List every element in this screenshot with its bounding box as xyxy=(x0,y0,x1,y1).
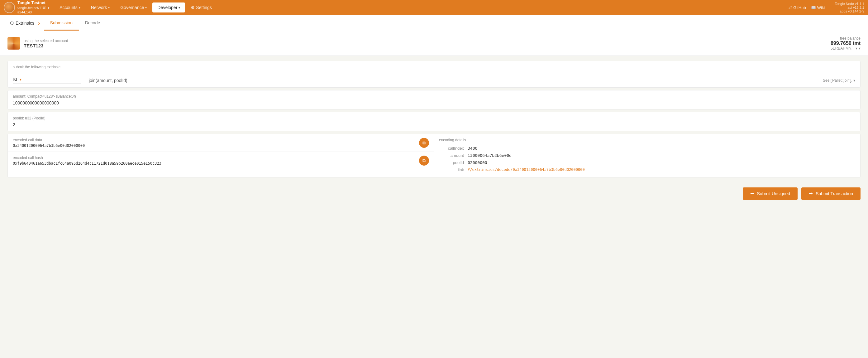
encoded-left: encoded call data 0x340013000064a7b3b6e0… xyxy=(7,134,434,177)
brand-avatar xyxy=(4,2,15,13)
encoded-call-hash-block: encoded call hash 0xf9b640461a653dbac1fc… xyxy=(8,152,434,169)
extrinsic-row: lst ▾ join(amount, poolId) See ['Pallet:… xyxy=(8,73,860,87)
signin-icon: ⮕ xyxy=(809,191,813,196)
copy-call-hash-button[interactable]: ⧉ xyxy=(419,156,429,166)
param-block-poolid: poolId: u32 (PoolId) xyxy=(7,112,861,131)
chevron-down-icon: ▾ xyxy=(108,6,110,9)
signin-icon: ⮕ xyxy=(750,191,754,196)
call-hash-label: encoded call hash xyxy=(13,156,416,160)
encoding-details-panel: encoding details callIndex 3400 amount 1… xyxy=(434,134,861,177)
extrinsic-section: submit the following extrinsic lst ▾ joi… xyxy=(7,61,861,88)
nav-item-network[interactable]: Network ▾ xyxy=(86,2,115,12)
extrinsics-icon: ⬡ xyxy=(10,21,14,26)
nav-item-settings[interactable]: ⚙ Settings xyxy=(186,2,217,12)
extrinsics-decode-link[interactable]: #/extrinsics/decode/0x340013000064a7b3b6… xyxy=(468,167,585,172)
brand[interactable]: Tangle Testnet tangle-testnet/1101 ▾ #24… xyxy=(4,0,50,15)
encoded-section: encoded call data 0x340013000064a7b3b6e0… xyxy=(7,134,861,177)
encoding-row-callindex: callIndex 3400 xyxy=(439,145,855,152)
submit-transaction-button[interactable]: ⮕ Submit Transaction xyxy=(801,187,861,200)
node-info: Tangle Node v1.1.1 api v13.2.1 apps v0.1… xyxy=(835,2,864,13)
account-section: using the selected account TEST123 free … xyxy=(0,31,868,56)
see-pallet-link[interactable]: See ['Pallet::join']. ▾ xyxy=(823,78,855,83)
call-hash-value: 0xf9b640461a653dbac1fc64a095d264d4c11721… xyxy=(13,161,200,166)
param-label-poolid: poolId: u32 (PoolId) xyxy=(13,116,855,120)
call-data-value: 0x340013000064a7b3b6e00d02000000 xyxy=(13,143,200,148)
nav-item-governance[interactable]: Governance ▾ xyxy=(115,2,152,12)
copy-call-data-button[interactable]: ⧉ xyxy=(419,138,429,148)
account-name: TEST123 xyxy=(24,43,68,48)
breadcrumb: ⬡ Extrinsics › xyxy=(7,19,41,27)
page-tabs: Submission Decode xyxy=(44,16,106,30)
params-section: amount: Compact<u128> (BalanceOf) poolId… xyxy=(7,90,861,131)
encoding-row-amount: amount 13000064a7b3b6e00d xyxy=(439,152,855,159)
chevron-down-icon: ▾ xyxy=(20,77,22,82)
extrinsic-method: join(amount, poolId) xyxy=(86,78,130,83)
wiki-link[interactable]: 📖 Wiki xyxy=(811,5,825,10)
call-data-label: encoded call data xyxy=(13,138,416,142)
action-row: ⮕ Submit Unsigned ⮕ Submit Transaction xyxy=(0,183,868,208)
topnav: Tangle Testnet tangle-testnet/1101 ▾ #24… xyxy=(0,0,868,15)
nav-right: ⎇ GitHub 📖 Wiki Tangle Node v1.1.1 api v… xyxy=(787,2,864,13)
nav-items: Accounts ▾ Network ▾ Governance ▾ Develo… xyxy=(55,2,787,12)
encoding-row-poolid: poolId 02000000 xyxy=(439,159,855,166)
copy-icon: ⧉ xyxy=(423,158,426,163)
brand-block: #244,140 xyxy=(18,10,50,15)
account-avatar xyxy=(7,37,20,50)
github-link[interactable]: ⎇ GitHub xyxy=(787,5,806,10)
tab-submission[interactable]: Submission xyxy=(44,16,79,31)
page-header: ⬡ Extrinsics › Submission Decode xyxy=(0,15,868,31)
encoding-row-link: link #/extrinsics/decode/0x340013000064a… xyxy=(439,166,855,173)
pallet-select[interactable]: lst ▾ xyxy=(13,77,81,84)
chevron-down-icon: ▾ xyxy=(859,46,861,51)
balance-value: 899.7659 tmt xyxy=(831,40,861,46)
chevron-down-icon: ▾ xyxy=(79,6,81,9)
copy-icon: ⧉ xyxy=(423,140,426,146)
account-label: using the selected account xyxy=(24,39,68,43)
account-address[interactable]: 5ERBAHMN... ▾ ▾ xyxy=(831,46,861,51)
nav-item-accounts[interactable]: Accounts ▾ xyxy=(55,2,85,12)
param-input-poolid[interactable] xyxy=(13,122,855,127)
param-input-amount[interactable] xyxy=(13,101,855,105)
gear-icon: ⚙ xyxy=(191,5,195,10)
param-block-amount: amount: Compact<u128> (BalanceOf) xyxy=(7,90,861,109)
tab-decode[interactable]: Decode xyxy=(79,16,106,31)
encoding-details-title: encoding details xyxy=(439,138,855,142)
breadcrumb-extrinsics[interactable]: ⬡ Extrinsics xyxy=(7,21,37,26)
chevron-down-icon: ▾ xyxy=(179,6,180,9)
brand-sub: tangle-testnet/1101 ▾ xyxy=(18,6,50,10)
breadcrumb-separator: › xyxy=(38,19,40,27)
extrinsic-header: submit the following extrinsic xyxy=(8,61,860,73)
submit-unsigned-button[interactable]: ⮕ Submit Unsigned xyxy=(743,187,798,200)
nav-item-developer[interactable]: Developer ▾ xyxy=(152,2,185,12)
brand-name: Tangle Testnet xyxy=(18,0,50,6)
chevron-down-icon: ▾ xyxy=(145,6,147,9)
wiki-icon: 📖 xyxy=(811,5,816,10)
balance-label: free balance xyxy=(831,36,861,40)
param-label-amount: amount: Compact<u128> (BalanceOf) xyxy=(13,94,855,99)
encoded-call-data-block: encoded call data 0x340013000064a7b3b6e0… xyxy=(8,134,434,152)
github-icon: ⎇ xyxy=(787,5,792,10)
